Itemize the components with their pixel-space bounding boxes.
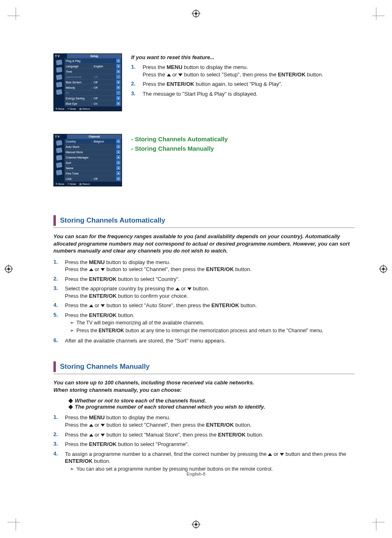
- osd-menu-icon: [56, 140, 62, 146]
- osd-menu-icon: [56, 155, 62, 161]
- manual-page: T VSetupPlug & Play▸Language:English▸Tim…: [0, 0, 392, 538]
- arrow-right-icon: ▸: [116, 101, 120, 106]
- osd-row: Fine Tune▸: [65, 171, 122, 176]
- channel-overview-block: T VChannelCountry:Belgium▸Auto Store▸Man…: [53, 134, 355, 186]
- step-item: 3.Press the ENTER/OK button to select "P…: [53, 441, 355, 448]
- arrow-right-icon: ▸: [116, 155, 120, 159]
- osd-row: Game Mode:Off▸: [65, 74, 122, 80]
- arrow-right-icon: ▸: [116, 69, 120, 74]
- crop-mark: [372, 510, 385, 522]
- osd-title: Setup: [67, 54, 122, 58]
- step-body: Press the ENTER/OK button to select "Cou…: [65, 276, 355, 283]
- arrow-right-icon: ▸: [116, 91, 120, 95]
- step-item: 1.Press the MENU button to display the m…: [53, 414, 355, 428]
- triangle-down-icon: [101, 434, 105, 437]
- arrow-right-icon: ▸: [116, 177, 120, 181]
- step-body: Press the MENU button to display the men…: [65, 414, 355, 428]
- osd-menu-icon: [56, 89, 62, 95]
- arrow-right-icon: ▸: [116, 166, 120, 170]
- step-body: Press the MENU button to display the men…: [143, 64, 355, 78]
- triangle-up-icon: [89, 268, 93, 271]
- triangle-down-icon: [178, 74, 182, 76]
- register-mark-icon: [191, 520, 201, 529]
- step-item: 4.Press the or button to select "Auto St…: [53, 302, 355, 309]
- step-number: 1.: [53, 414, 65, 428]
- triangle-up-icon: [167, 74, 171, 76]
- osd-row: Name▸: [65, 166, 122, 171]
- arrow-right-icon: ▸: [116, 59, 120, 63]
- osd-row: Energy Saving:Off▸: [65, 96, 122, 101]
- overview-heading-auto: - Storing Channels Automatically: [131, 136, 355, 143]
- osd-footer: ✢ Move⏎ Enter▥ Return: [54, 182, 122, 186]
- section-auto: Storing Channels Automatically You can s…: [53, 215, 355, 344]
- crop-mark: [7, 16, 20, 28]
- manual-steps: 1.Press the MENU button to display the m…: [53, 414, 355, 473]
- osd-menu-icon: [56, 170, 62, 175]
- osd-row: Sort▸: [65, 160, 122, 166]
- register-mark-icon: [191, 9, 201, 18]
- step-item: 1.Press the MENU button to display the m…: [53, 259, 355, 273]
- auto-steps: 1.Press the MENU button to display the m…: [53, 259, 355, 345]
- step-item: 2.Press the ENTER/OK button to select "C…: [53, 276, 355, 283]
- step-number: 1.: [131, 64, 143, 78]
- osd-row: Channel Manager▸: [65, 155, 122, 160]
- triangle-up-icon: [89, 304, 93, 307]
- step-number: 6.: [53, 337, 65, 345]
- step-number: 3.: [53, 441, 65, 448]
- triangle-up-icon: [89, 434, 93, 437]
- section-title: Storing Channels Automatically: [60, 216, 165, 225]
- step-item: 2.Press the ENTER/OK button again, to se…: [131, 80, 355, 88]
- step-item: 5.Press the ENTER/OK button.➣The TV will…: [53, 312, 355, 335]
- overview-heading-manual: - Storing Channels Manually: [131, 145, 355, 152]
- osd-row: Time▸: [65, 69, 122, 74]
- arrow-right-icon: ▸: [116, 171, 120, 175]
- triangle-up-icon: [175, 287, 180, 290]
- section-manual: Storing Channels Manually You can store …: [53, 361, 355, 473]
- step-number: 4.: [53, 302, 65, 309]
- register-mark-icon: [4, 264, 13, 274]
- osd-row: Blue Eye:On▸: [65, 101, 122, 106]
- overview-headings: - Storing Channels Automatically - Stori…: [131, 134, 355, 186]
- section-title: Storing Channels Manually: [60, 363, 150, 371]
- step-body: Select the appropriate country by pressi…: [65, 285, 355, 299]
- osd-tv-label: T V: [54, 54, 67, 58]
- pointer-icon: ➣: [70, 327, 74, 334]
- reset-heading: If you want to reset this feature...: [131, 54, 355, 60]
- page-footer: English-8: [0, 471, 392, 476]
- osd-menu-icon: [56, 67, 62, 73]
- section-intro: You can scan for the frequency ranges av…: [53, 233, 355, 255]
- step-number: 1.: [53, 259, 65, 273]
- triangle-down-icon: [101, 268, 105, 271]
- arrow-right-icon: ▸: [116, 85, 120, 90]
- step-item: 2.Press the or button to select "Manual …: [53, 431, 355, 439]
- osd-row: Plug & Play▸: [65, 58, 122, 64]
- osd-row: PC▸: [65, 90, 122, 96]
- osd-row: Manual Store▸: [65, 149, 122, 155]
- step-item: 3.Select the appropriate country by pres…: [53, 285, 355, 299]
- triangle-up-icon: [268, 453, 272, 456]
- osd-row: LNA::Off▸: [65, 176, 122, 182]
- step-body: Press the MENU button to display the men…: [65, 259, 355, 273]
- triangle-down-icon: [280, 453, 284, 456]
- osd-footer: ✢ Move⏎ Enter▥ Return: [54, 106, 122, 111]
- triangle-down-icon: [101, 424, 105, 427]
- step-number: 2.: [53, 276, 65, 283]
- crop-mark: [372, 16, 385, 28]
- osd-title: Channel: [67, 134, 122, 139]
- arrow-right-icon: ▸: [116, 64, 120, 68]
- step-item: 3.The message to "Start Plug & Play" is …: [131, 90, 355, 98]
- reset-feature-text: If you want to reset this feature... 1.P…: [131, 53, 355, 111]
- arrow-right-icon: ▸: [116, 80, 120, 84]
- step-body: The message to "Start Plug & Play" is di…: [143, 90, 355, 98]
- section-head: Storing Channels Manually: [53, 361, 355, 374]
- intro-bullet: Whether or not to store each of the chan…: [69, 398, 355, 404]
- arrow-right-icon: ▸: [116, 139, 120, 143]
- osd-row: Melody:Off▸: [65, 85, 122, 90]
- note-line: ➣The TV will begin memorizing all of the…: [70, 320, 351, 326]
- arrow-right-icon: ▸: [116, 150, 120, 154]
- osd-tv-label: T V: [54, 134, 67, 139]
- step-body: Press the or button to select "Auto Stor…: [65, 302, 355, 309]
- osd-row: Blue Screen:Off▸: [65, 80, 122, 85]
- reset-feature-block: T VSetupPlug & Play▸Language:English▸Tim…: [53, 53, 355, 111]
- osd-setup-screenshot: T VSetupPlug & Play▸Language:English▸Tim…: [53, 53, 122, 111]
